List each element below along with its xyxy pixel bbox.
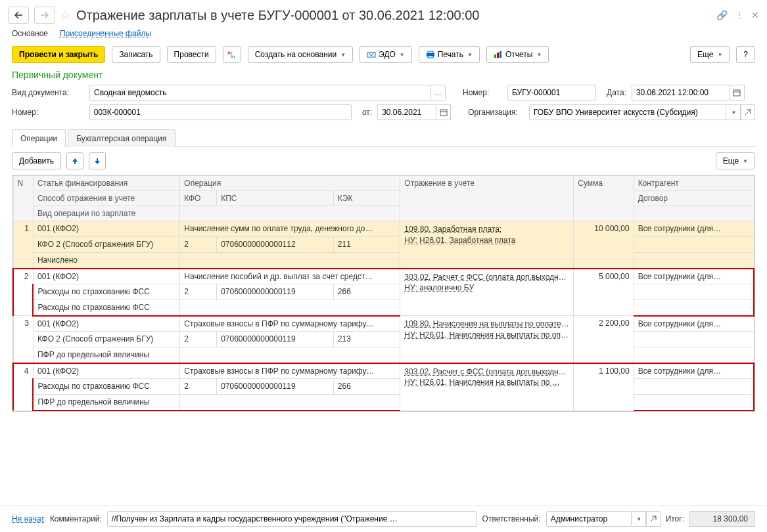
table-row[interactable]: КФО 2 (Способ отражения БГУ)207060000000… [13,332,754,347]
table-row[interactable]: ПФР до предельной величины [13,347,754,363]
table-row[interactable]: Расходы по страхованию ФСС20706000000000… [13,284,754,300]
table-row[interactable]: КФО 2 (Способ отражения БГУ)207060000000… [13,237,754,253]
not-started-link[interactable]: Не начат [12,514,45,523]
more-button[interactable]: Еще▼ [690,46,730,63]
table-row[interactable]: ПФР до предельной величины [13,395,754,410]
kebab-menu-icon[interactable]: ⋮ [735,11,743,20]
create-based-on-button[interactable]: Создать на основании▼ [248,46,353,63]
nav-forward-button[interactable] [34,7,55,24]
dtkt-button[interactable]: АтКт [223,46,241,63]
chevron-down-icon: ▼ [732,110,737,116]
cell-kek: 213 [333,332,400,347]
doc-type-input[interactable] [89,85,431,100]
post-button[interactable]: Провести [167,46,216,63]
reports-button[interactable]: Отчеты▼ [486,46,549,63]
move-up-button[interactable] [66,152,83,169]
number-label: Номер: [463,88,502,97]
cell-op: Страховые взносы в ПФР по суммарному тар… [180,316,400,332]
table-row[interactable]: Расходы по страхованию ФСС20706000000000… [13,379,754,395]
favorite-star-icon[interactable]: ☆ [60,8,71,22]
arrow-left-icon [14,11,23,19]
nav-main[interactable]: Основное [12,29,48,38]
th-refl[interactable]: Отражение в учете [400,176,574,221]
date-picker-button[interactable] [730,85,745,100]
cell-contract [634,237,754,253]
cell-kfo: 2 [180,332,217,347]
date-input[interactable] [632,85,730,100]
table-row[interactable]: 1001 (КФО2)Начисление сумм по оплате тру… [13,221,754,237]
table-row[interactable]: Расходы по страхованию ФСС [13,300,754,316]
total-value: 18 300,00 [689,511,755,527]
cell-fin: 001 (КФО2) [33,221,179,237]
cell-n: 3 [13,316,33,363]
th-contr[interactable]: Контрагент [634,176,754,191]
org-input[interactable] [529,104,726,120]
edo-icon [367,51,376,58]
cell-n: 1 [13,221,33,269]
th-kps[interactable]: КПС [217,191,334,206]
cell-contr: Все сотрудники (для… [634,316,754,332]
table-row[interactable]: 2001 (КФО2)Начисление пособий и др. выпл… [13,269,754,284]
org-open-button[interactable] [741,104,755,120]
save-button[interactable]: Записать [112,46,160,63]
responsible-dropdown-button[interactable]: ▼ [632,511,646,527]
cell-contract [634,379,754,395]
cell-op: Начисление пособий и др. выплат за счет … [180,269,400,284]
move-down-button[interactable] [89,152,106,169]
number-input[interactable] [507,85,596,100]
svg-text:Кт: Кт [231,55,236,59]
tab-accounting-operation[interactable]: Бухгалтерская операция [68,129,175,147]
th-kfo[interactable]: КФО [180,191,217,206]
th-fin[interactable]: Статья финансирования [33,176,179,191]
cell-sum: 5 000,00 [574,269,634,316]
doc-type-picker-button[interactable]: … [431,85,446,100]
chevron-down-icon: ▼ [636,516,641,522]
from-date-picker-button[interactable] [436,104,451,120]
cell-sum: 10 000,00 [574,221,634,269]
th-refl-method[interactable]: Способ отражения в учете [33,191,179,206]
table-row[interactable]: 3001 (КФО2)Страховые взносы в ПФР по сум… [13,316,754,332]
cell-sum: 1 100,00 [574,363,634,410]
responsible-open-button[interactable] [646,511,661,527]
org-label: Организация: [468,108,524,117]
reports-label: Отчеты [505,50,532,59]
th-sum[interactable]: Сумма [574,176,634,221]
arrow-right-icon [40,11,49,19]
cell-fin: 001 (КФО2) [33,363,179,379]
th-n[interactable]: N [13,176,33,221]
cell-sal-type: ПФР до предельной величины [33,347,179,363]
print-label: Печать [438,50,463,59]
cell-refl: 109.80, Начисления на выплаты по оплате … [400,316,574,363]
link-icon[interactable]: 🔗 [716,10,728,20]
cell-fin: 001 (КФО2) [33,269,179,284]
th-contract[interactable]: Договор [634,191,754,206]
cell-kps: 07060000000000119 [217,379,334,395]
org-dropdown-button[interactable]: ▼ [726,104,741,120]
table-row[interactable]: 4001 (КФО2)Страховые взносы в ПФР по сум… [13,363,754,379]
cell-contr: Все сотрудники (для… [634,363,754,379]
add-button[interactable]: Добавить [12,152,61,169]
th-kek[interactable]: КЭК [333,191,400,206]
nav-attached-files[interactable]: Присоединенные файлы [60,29,151,38]
table-row[interactable]: Начислено [13,253,754,269]
cell-refl-method: Расходы по страхованию ФСС [33,379,179,395]
help-button[interactable]: ? [736,46,755,63]
close-icon[interactable]: ✕ [751,10,759,20]
tab-operations[interactable]: Операции [12,129,66,147]
cell-op: Страховые взносы в ПФР по суммарному тар… [180,363,400,379]
calendar-icon [440,108,448,116]
nav-back-button[interactable] [8,7,29,24]
inner-more-button[interactable]: Еще▼ [716,152,755,169]
print-button[interactable]: Печать▼ [419,46,480,63]
post-and-close-button[interactable]: Провести и закрыть [12,46,105,63]
th-op[interactable]: Операция [180,176,400,191]
th-sal-type[interactable]: Вид операции по зарплате [33,206,179,221]
comment-input[interactable] [107,511,477,527]
cell-kps: 07060000000000112 [217,237,334,253]
responsible-input[interactable] [546,511,632,527]
number2-input[interactable] [89,104,352,120]
chevron-down-icon: ▼ [743,158,748,164]
from-date-input[interactable] [377,104,436,120]
svg-rect-3 [428,51,433,53]
edo-button[interactable]: ЭДО▼ [360,46,412,63]
